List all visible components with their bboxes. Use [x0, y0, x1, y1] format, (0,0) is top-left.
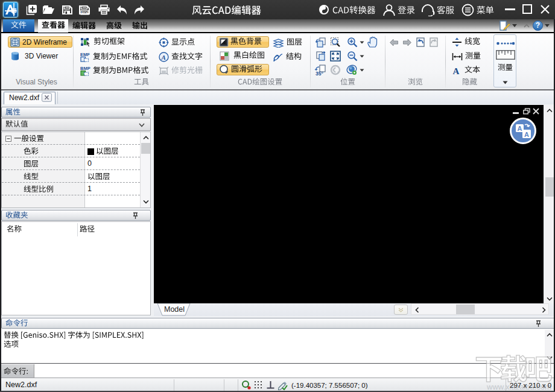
- svg-text:EMF: EMF: [80, 52, 90, 57]
- svg-text:A: A: [453, 66, 460, 75]
- svg-text:A: A: [524, 131, 529, 138]
- svg-text:35°: 35°: [316, 71, 323, 76]
- svg-text:BMP: BMP: [80, 66, 90, 71]
- svg-text:A: A: [161, 54, 166, 61]
- svg-text:PDF: PDF: [81, 11, 89, 14]
- svg-text:A: A: [518, 125, 522, 132]
